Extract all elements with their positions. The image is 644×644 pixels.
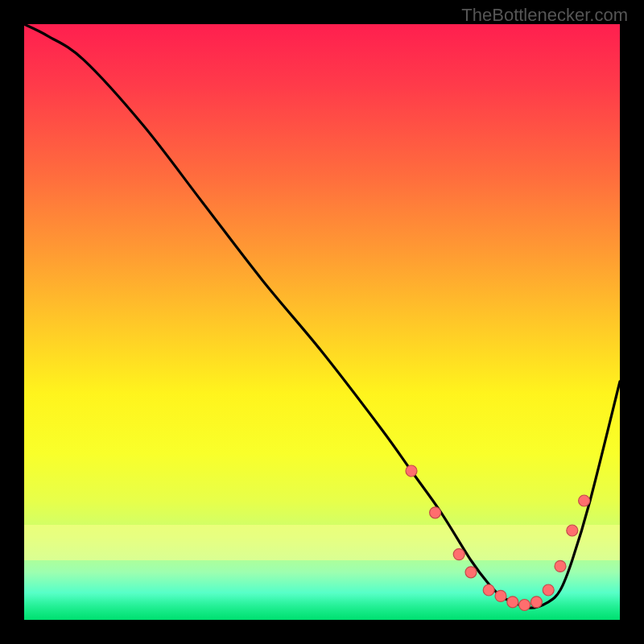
bottleneck-curve <box>24 24 620 608</box>
watermark-text: TheBottlenecker.com <box>461 5 628 26</box>
chart-area <box>24 24 620 620</box>
curve-marker <box>483 584 494 596</box>
chart-svg <box>24 24 620 620</box>
curve-marker <box>495 590 506 601</box>
curve-marker <box>530 597 542 608</box>
curve-marker <box>465 567 477 578</box>
curve-marker <box>579 495 590 506</box>
curve-marker <box>567 525 578 536</box>
curve-marker <box>519 600 530 611</box>
curve-marker <box>543 584 554 596</box>
curve-marker <box>507 597 518 608</box>
curve-marker <box>555 560 566 572</box>
curve-marker <box>453 549 464 560</box>
curve-marker <box>406 465 417 477</box>
curve-marker <box>430 507 441 518</box>
